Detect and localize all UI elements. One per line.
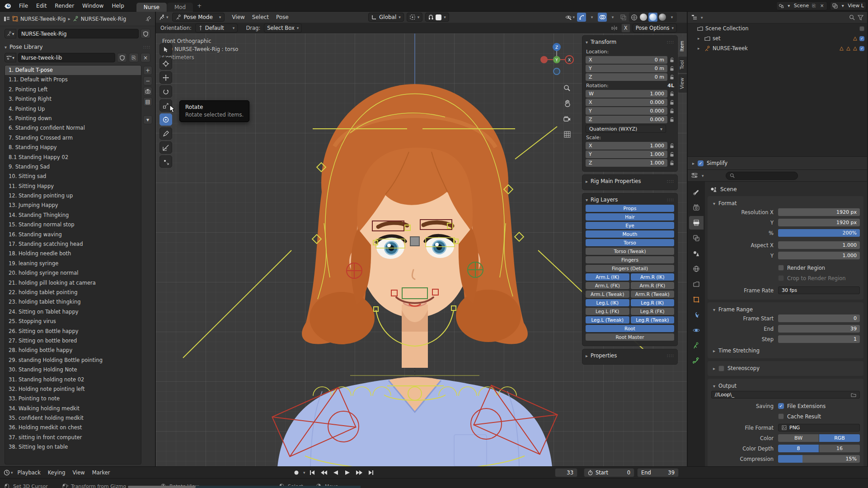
timeline-menu-keying[interactable]: Keying	[44, 469, 69, 476]
stereoscopy-header[interactable]: ▸Stereoscopy	[711, 363, 860, 372]
rig-main-properties-header[interactable]: ▸Rig Main Properties::::	[586, 177, 674, 186]
shading-material-button[interactable]	[648, 13, 657, 22]
rig-layer-root-master[interactable]: Root Master	[586, 333, 674, 341]
tab-view-layer-icon[interactable]	[689, 231, 704, 245]
sidebar-tab-item[interactable]: Item	[678, 37, 687, 55]
pose-list-item[interactable]: 18. Holding needle both	[5, 249, 141, 258]
filter-icon[interactable]	[858, 15, 863, 20]
move-pose-down-icon[interactable]: ▾	[143, 115, 152, 124]
outliner-row-nurse-tweek[interactable]: ▸NURSE-Tweek✓	[688, 43, 867, 53]
simplify-checkbox[interactable]: ✓	[698, 160, 704, 166]
output-path-field[interactable]: //Loop\_	[711, 391, 860, 399]
rig-layer-leg-r-tweak-[interactable]: Leg.R (Tweak)	[631, 316, 675, 324]
rig-layer-torso-tweak-[interactable]: Torso (Tweak)	[586, 248, 674, 255]
rig-layer-root[interactable]: Root	[586, 325, 674, 332]
drag-select[interactable]: Select Box ▾	[264, 23, 302, 33]
xray-toggle[interactable]	[619, 13, 628, 22]
object-visibility-dropdown[interactable]: ▾	[564, 13, 576, 22]
lock-open-icon[interactable]	[670, 75, 674, 80]
outliner-row-scene-collection[interactable]: Scene Collection	[688, 23, 867, 33]
pose-list-item[interactable]: 6. Standing confident Normal	[5, 123, 141, 133]
depth-option-16[interactable]: 16	[819, 445, 860, 452]
shading-wireframe-button[interactable]	[629, 13, 638, 22]
tab-output-icon[interactable]	[689, 216, 704, 230]
rig-layer-leg-r-fk-[interactable]: Leg.R (FK)	[631, 308, 675, 315]
properties-search-input[interactable]	[726, 172, 798, 180]
frame-step-field[interactable]: 1	[778, 335, 860, 343]
pose-list-item[interactable]: 28. holding bottle happy	[5, 346, 141, 355]
scale-x-field[interactable]: X1.000	[586, 142, 667, 150]
zoom-icon[interactable]	[561, 82, 573, 94]
lock-open-icon[interactable]	[670, 66, 674, 71]
tool-cursor[interactable]	[160, 57, 172, 70]
pose-list-item[interactable]: 17. Standing scatching head	[5, 239, 141, 249]
rig-layer-arm-r-ik-[interactable]: Arm.R (IK)	[631, 273, 675, 281]
lock-open-icon[interactable]	[670, 160, 674, 166]
delete-scene-icon[interactable]: ×	[819, 3, 825, 9]
tool-annotate[interactable]	[160, 127, 172, 140]
pose-list-item[interactable]: 26. Sitting on Bottle happy	[5, 327, 141, 336]
rig-layer-arm-l-ik-[interactable]: Arm.L (IK)	[586, 273, 629, 281]
pivot-point-select[interactable]: ▾	[407, 13, 423, 22]
play-reverse-button[interactable]	[331, 468, 341, 477]
pose-list-item[interactable]: 15. Standing normal stop	[5, 220, 141, 230]
rotation-y-field[interactable]: Y0.000	[586, 107, 667, 115]
sidebar-tab-view[interactable]: View	[678, 74, 687, 93]
viewport-menu-view[interactable]: View	[228, 14, 248, 20]
editor-type-icon[interactable]	[4, 16, 10, 22]
pose-list-item[interactable]: 8. Standing Happy	[5, 143, 141, 152]
breadcrumb-object[interactable]: NURSE-Tweek-Rig	[20, 16, 66, 22]
rotation-mode-dropdown[interactable]: Quaternion (WXYZ)▾	[586, 125, 666, 133]
overlays-toggle[interactable]	[598, 13, 607, 22]
pose-list-item[interactable]: 10. Sitting sad	[5, 172, 141, 181]
output-panel-header[interactable]: ▾Output	[711, 381, 860, 390]
fake-user-shield-icon[interactable]	[141, 29, 150, 38]
navigation-gizmo[interactable]: Z X Y	[539, 42, 575, 78]
pose-options-dropdown[interactable]: Pose Options ▾	[633, 23, 677, 33]
tool-measure[interactable]	[160, 141, 172, 154]
pose-list-item[interactable]: 27. Sitting on bottle bored	[5, 336, 141, 346]
sidebar-tab-tool[interactable]: Tool	[678, 56, 687, 73]
outliner-checkbox[interactable]: ✓	[859, 46, 864, 51]
location-z-field[interactable]: Z0 m	[586, 73, 667, 81]
workspace-tab-nurse[interactable]: Nurse	[136, 3, 167, 12]
tool-move[interactable]	[160, 71, 172, 84]
rig-layer-eye[interactable]: Eye	[586, 222, 674, 229]
pose-list-item[interactable]: 13. Jumping Happy	[5, 201, 141, 210]
crop-region-checkbox[interactable]	[778, 275, 784, 281]
frame-rate-dropdown[interactable]: 30 fps	[778, 286, 860, 294]
menu-file[interactable]: File	[15, 0, 32, 12]
pose-list-item[interactable]: 1.1. Default with Props	[5, 75, 141, 84]
aspect-y-field[interactable]: 1.000	[778, 252, 860, 259]
cache-result-checkbox[interactable]	[778, 413, 784, 419]
pose-list-item[interactable]: 25. Stopping virus	[5, 317, 141, 326]
rig-layer-torso[interactable]: Torso	[586, 239, 674, 246]
pose-list-item[interactable]: 8.1 Standing Happy 02	[5, 153, 141, 162]
record-button[interactable]	[291, 468, 301, 477]
pose-list-item[interactable]: 2. Pointing Left	[5, 85, 141, 94]
rig-layer-arm-l-fk-[interactable]: Arm.L (FK)	[586, 282, 629, 289]
pose-list-item[interactable]: 4. Pointing Up	[5, 104, 141, 114]
location-x-field[interactable]: X0 m	[586, 56, 667, 64]
camera-view-icon[interactable]	[561, 113, 573, 125]
pose-list-item[interactable]: 37. sitting in front computer	[5, 433, 141, 442]
scale-y-field[interactable]: Y1.000	[586, 150, 667, 158]
stereoscopy-checkbox[interactable]	[718, 366, 724, 371]
add-pose-button[interactable]: +	[143, 66, 152, 75]
lock-open-icon[interactable]	[670, 117, 674, 122]
pose-list-item[interactable]: 1. Default T-pose	[5, 66, 141, 75]
properties-editor-icon[interactable]	[691, 173, 698, 178]
menu-edit[interactable]: Edit	[32, 0, 51, 12]
rig-layer-arm-r-tweak-[interactable]: Arm.R (Tweak)	[631, 291, 675, 298]
lock-open-icon[interactable]	[670, 108, 674, 114]
viewport-menu-select[interactable]: Select	[249, 14, 272, 20]
pose-list-item[interactable]: 35. confident holding medkit	[5, 413, 141, 423]
rig-layer-mouth[interactable]: Mouth	[586, 230, 674, 238]
lock-open-icon[interactable]	[670, 91, 674, 97]
duplicate-icon[interactable]: ⎘	[129, 53, 139, 62]
jump-to-end-button[interactable]	[366, 468, 376, 477]
rig-layer-leg-r-ik-[interactable]: Leg.R (IK)	[631, 299, 675, 306]
file-extensions-checkbox[interactable]: ✓	[778, 403, 784, 409]
render-region-checkbox[interactable]	[778, 265, 784, 271]
library-shield-icon[interactable]	[117, 53, 127, 62]
